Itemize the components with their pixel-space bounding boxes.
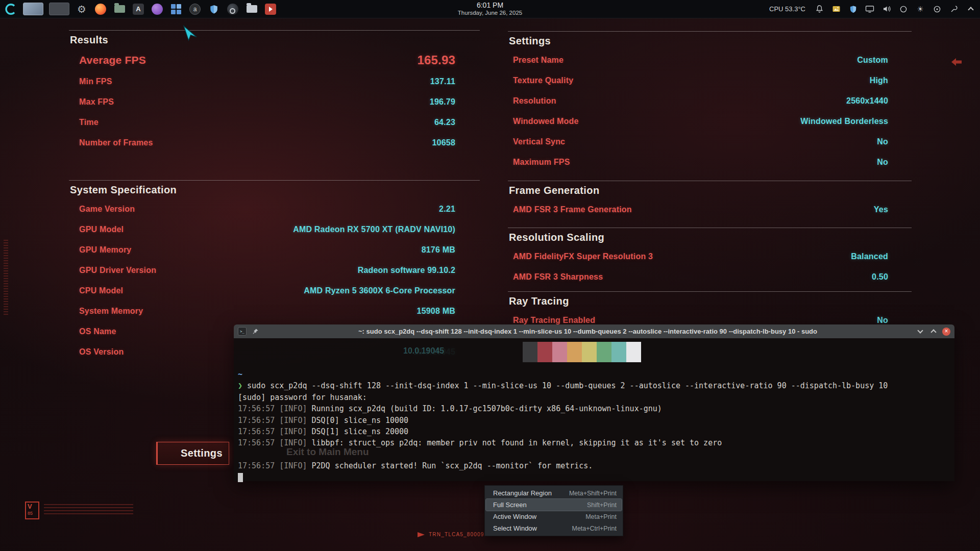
taskbar-window-thumbnail-2[interactable] (49, 3, 69, 15)
shortcut-label: Shift+Print (587, 502, 617, 509)
night-color-icon[interactable]: ☀ (915, 4, 925, 14)
terminal-app-icon: >_ (238, 327, 247, 336)
volume-icon[interactable] (881, 4, 892, 14)
terminal-line (238, 472, 950, 483)
terminal-line: 17:56:57 [INFO] DSQ[0] slice_ns 10000 (238, 415, 950, 426)
row-value: 2560x1440 (846, 96, 888, 106)
password-shield-icon[interactable] (207, 3, 220, 16)
row-label: Resolution (513, 96, 556, 106)
app-grid-icon[interactable] (169, 3, 183, 16)
chevron-down-icon (917, 328, 923, 333)
settings-row: Windowed Mode Windowed Borderless (508, 111, 912, 132)
folder-icon[interactable] (245, 3, 258, 16)
palette-swatch (537, 342, 552, 362)
system-tray: CPU 53.3°C ☀ (769, 4, 980, 14)
row-value: 64.23 (434, 118, 455, 127)
firefox-icon[interactable] (94, 3, 107, 16)
network-icon[interactable] (932, 4, 942, 14)
vertical-text-decor (4, 240, 8, 315)
display-settings-icon[interactable] (865, 4, 875, 14)
menu-item-select-window[interactable]: Select Window Meta+Ctrl+Print (486, 522, 622, 534)
benchmark-settings-button[interactable]: Settings (156, 442, 229, 465)
menu-item-active-window[interactable]: Active Window Meta+Print (486, 511, 622, 522)
row-label: Max FPS (79, 97, 114, 107)
resolution-scaling-row: AMD FidelityFX Super Resolution 3 Balanc… (508, 246, 912, 267)
roll-up-button[interactable] (929, 327, 938, 336)
row-value: 137.11 (430, 77, 455, 86)
notification-bell-icon[interactable] (814, 4, 824, 14)
taskbar-window-thumbnail-1[interactable] (23, 3, 43, 15)
editor-icon[interactable]: A (132, 3, 145, 16)
row-label: AMD FSR 3 Frame Generation (513, 205, 632, 214)
media-player-icon[interactable] (898, 4, 909, 14)
resolution-scaling-section: Resolution Scaling AMD FidelityFX Super … (508, 228, 912, 287)
frame-generation-title: Frame Generation (508, 181, 912, 199)
clock-time: 6:01 PM (458, 1, 522, 9)
palette-swatch (611, 342, 626, 362)
row-value: 15908 MB (417, 307, 455, 316)
settings-row: Maximum FPS No (508, 152, 912, 172)
row-label: Time (79, 118, 99, 127)
row-value: 10658 (432, 138, 456, 147)
terminal-line (238, 449, 950, 460)
shortcut-label: Meta+Ctrl+Print (572, 525, 617, 532)
pin-icon[interactable] (251, 327, 260, 336)
row-value: 2.21 (439, 205, 455, 214)
palette-swatch (523, 342, 537, 362)
palette-swatch (597, 342, 611, 362)
top-panel: ⚙ A a 6:01 PM Thursday, June 26, 2025 CP… (0, 0, 980, 18)
row-value: No (877, 316, 888, 325)
screenshot-tool-icon[interactable] (831, 4, 841, 14)
results-row: Number of Frames 10658 (69, 133, 480, 153)
system-specification-title: System Specification (69, 181, 480, 199)
security-shield-icon[interactable] (848, 4, 858, 14)
menu-item-full-screen[interactable]: Full Screen Shift+Print (486, 499, 622, 511)
terminal-palette-image (523, 342, 641, 362)
panel-left: ⚙ A a (0, 3, 277, 16)
row-label: Preset Name (513, 56, 564, 65)
row-value: Balanced (851, 252, 888, 261)
arrow-icon (418, 532, 425, 537)
row-label: OS Name (79, 327, 116, 336)
row-value: Radeon software 99.10.2 (358, 266, 455, 275)
row-value: 0.50 (872, 272, 888, 282)
palette-swatch (567, 342, 582, 362)
a-app-icon[interactable]: a (188, 3, 202, 16)
row-label: AMD FidelityFX Super Resolution 3 (513, 252, 653, 261)
row-label: Maximum FPS (513, 158, 570, 167)
roll-down-button[interactable] (916, 327, 925, 336)
prompt-symbol: ❯ (238, 381, 242, 390)
clock-date: Thursday, June 26, 2025 (458, 9, 522, 16)
row-label: Texture Quality (513, 76, 573, 85)
palette-swatch (552, 342, 567, 362)
train-id-label: TRN_TLCA5_800095 (429, 532, 487, 537)
files-icon[interactable] (113, 3, 126, 16)
row-label: AMD FSR 3 Sharpness (513, 272, 603, 282)
row-label: Game Version (79, 205, 135, 214)
row-label: GPU Model (79, 225, 124, 234)
badge-number: 85 (28, 511, 37, 516)
sysspec-row: GPU Model AMD Radeon RX 5700 XT (RADV NA… (69, 219, 480, 240)
terminal-line: [sudo] password for husanak: (238, 392, 950, 403)
settings-gear-icon[interactable]: ⚙ (75, 3, 88, 16)
purple-app-icon[interactable] (151, 3, 164, 16)
cyberpunk-logo-icon[interactable] (4, 3, 17, 16)
row-value: AMD Ryzen 5 3600X 6-Core Processor (304, 286, 455, 295)
terminal-content[interactable]: 10.0.19045 Exit to Main Menu ~ ❯ sudo sc… (234, 338, 954, 481)
row-value: Custom (857, 56, 888, 65)
terminal-line: 17:56:57 [INFO] P2DQ scheduler started! … (238, 460, 950, 471)
red-app-icon[interactable] (264, 3, 277, 16)
fineprint-decor (44, 504, 133, 516)
menu-item-rectangular-region[interactable]: Rectangular Region Meta+Shift+Print (486, 487, 622, 499)
resolution-scaling-title: Resolution Scaling (508, 228, 912, 246)
panel-clock[interactable]: 6:01 PM Thursday, June 26, 2025 (458, 1, 522, 16)
row-label: Windowed Mode (513, 117, 579, 126)
panel-expander-icon[interactable] (966, 4, 976, 14)
row-label: CPU Model (79, 286, 123, 295)
close-button[interactable]: × (942, 328, 950, 336)
terminal-line: ❯ sudo scx_p2dq --dsq-shift 128 --init-d… (238, 380, 950, 391)
terminal-titlebar[interactable]: >_ ~: sudo scx_p2dq --dsq-shift 128 --in… (234, 324, 954, 338)
results-row: Min FPS 137.11 (69, 71, 480, 92)
tools-icon[interactable] (949, 4, 959, 14)
steam-icon[interactable] (226, 3, 239, 16)
